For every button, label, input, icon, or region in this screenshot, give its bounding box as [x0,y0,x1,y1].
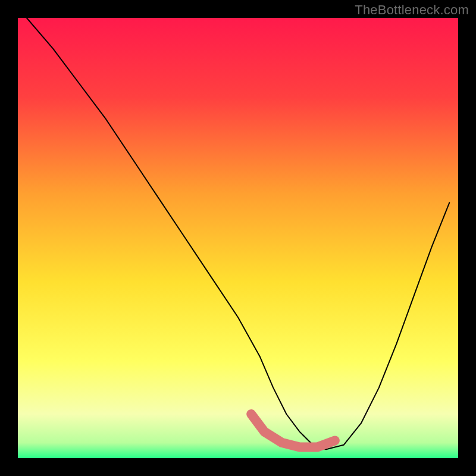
gradient-background [18,18,458,458]
chart-frame: TheBottleneck.com [0,0,476,476]
plot-area [18,18,458,458]
chart-svg [18,18,458,458]
attribution-text: TheBottleneck.com [355,2,469,18]
